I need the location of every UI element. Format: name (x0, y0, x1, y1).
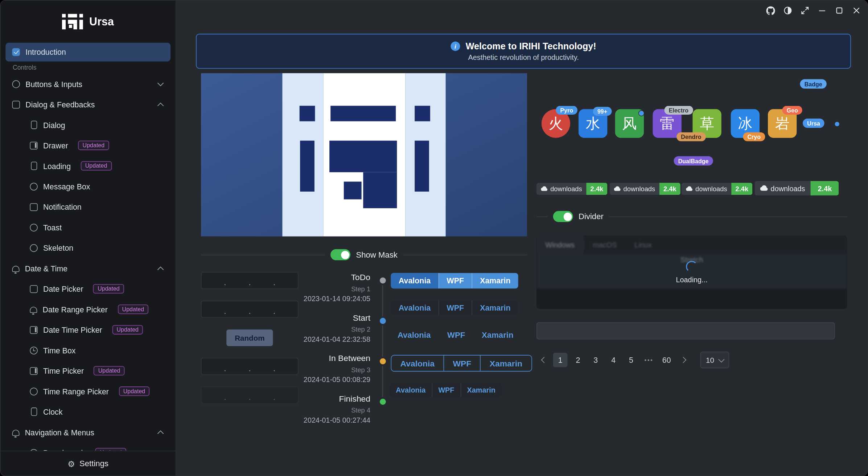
downloads-shield: downloads 2.4k (682, 183, 752, 195)
notification-icon (30, 203, 37, 210)
group-button-wpf[interactable]: WPF (439, 300, 472, 315)
sidebar-item-skeleton[interactable]: Skeleton (5, 238, 170, 258)
show-mask-row: Show Mask (201, 247, 527, 263)
pagination-page-1[interactable]: 1 (553, 353, 568, 367)
app-title: Ursa (89, 15, 114, 28)
loading-spinner-icon (686, 260, 698, 272)
group-button-avalonia[interactable]: Avalonia (391, 300, 439, 315)
group-button-xamarin[interactable]: Xamarin (473, 327, 522, 342)
divider-toggle[interactable] (553, 211, 573, 222)
sidebar-item-date-time-picker[interactable]: Date Time Picker Updated (5, 320, 170, 340)
timeline-dot-blue (380, 318, 386, 324)
pagination-page-60[interactable]: 60 (659, 353, 674, 367)
sidebar-item-breadcrumb[interactable]: Breadcrumb Updated (5, 443, 170, 451)
sidebar-item-notification[interactable]: Notification (5, 197, 170, 217)
group-button-avalonia[interactable]: Avalonia (391, 356, 443, 371)
updated-badge: Updated (95, 448, 126, 451)
pagination-page-3[interactable]: 3 (588, 353, 603, 367)
main-content: i Welcome to IRIHI Technology! Aesthetic… (176, 1, 867, 476)
breadcrumb-icon (30, 449, 37, 451)
sidebar-item-dialog[interactable]: Dialog (5, 115, 170, 135)
settings-label: Settings (79, 459, 108, 468)
button-group-outline: Avalonia WPF Xamarin (391, 355, 532, 372)
updated-badge: Updated (81, 161, 112, 171)
date-range-picker-icon (30, 307, 37, 313)
sidebar-item-label: Time Range Picker (43, 387, 109, 395)
pagination-ellipsis: ••• (642, 353, 656, 367)
sidebar-item-label: Drawer (43, 141, 68, 149)
group-button-wpf[interactable]: WPF (439, 273, 472, 288)
sidebar-item-label: Date Time Picker (43, 325, 102, 334)
badge-ursa: Ursa (803, 119, 824, 128)
sidebar-group-dialog-feedbacks[interactable]: Dialog & Feedbacks (5, 94, 170, 114)
pagination-page-5[interactable]: 5 (624, 353, 638, 367)
sidebar-item-time-box[interactable]: Time Box (5, 340, 170, 360)
updated-badge: Updated (118, 305, 148, 314)
timeline-title: ToDo (259, 272, 370, 283)
group-button-xamarin[interactable]: Xamarin (460, 383, 501, 397)
fullscreen-icon[interactable] (801, 6, 809, 15)
toast-icon (30, 223, 37, 231)
sidebar-item-date-picker[interactable]: Date Picker Updated (5, 279, 170, 299)
theme-toggle-icon[interactable] (783, 6, 792, 15)
tile-char: 岩 (775, 114, 790, 133)
sidebar-group-buttons-inputs[interactable]: Buttons & Inputs (5, 74, 170, 94)
sidebar-group-navigation-menus[interactable]: Navigation & Menus (5, 422, 170, 442)
sidebar-item-label: Dialog & Feedbacks (25, 100, 95, 108)
sidebar-item-date-range-picker[interactable]: Date Range Picker Updated (5, 299, 170, 319)
show-mask-toggle[interactable] (330, 249, 350, 260)
maximize-icon[interactable] (835, 6, 844, 15)
titlebar-controls (766, 6, 861, 15)
group-button-xamarin[interactable]: Xamarin (472, 300, 518, 315)
sidebar-item-label: Message Box (43, 182, 90, 190)
sidebar-item-label: Time Box (43, 346, 75, 354)
tile-char: 草 (700, 114, 714, 133)
github-icon[interactable] (766, 6, 775, 15)
sidebar-item-introduction[interactable]: Introduction (5, 43, 170, 62)
timeline-title: Finished (259, 393, 370, 405)
pagination-page-4[interactable]: 4 (606, 353, 621, 367)
cloud-download-icon (760, 185, 768, 192)
sidebar-item-label: Breadcrumb (43, 448, 85, 451)
timeline-item-in-between: In Between Step 3 2024-01-05 00:08:29 (259, 353, 387, 393)
settings-button[interactable]: ⚙ Settings (1, 451, 176, 476)
minimize-icon[interactable] (818, 6, 826, 15)
page-size-select[interactable]: 10 (700, 352, 729, 368)
shield-label: downloads (624, 185, 655, 193)
message-box-icon (30, 182, 37, 190)
divider-label: Divider (579, 212, 604, 221)
timeline-time: 2024-01-04 22:32:58 (259, 335, 370, 344)
sidebar-item-toast[interactable]: Toast (5, 217, 170, 237)
clock-icon (31, 407, 37, 416)
sidebar-item-loading[interactable]: Loading Updated (5, 156, 170, 176)
group-button-avalonia[interactable]: Avalonia (389, 327, 439, 342)
sidebar-item-message-box[interactable]: Message Box (5, 176, 170, 196)
page-size-value: 10 (706, 356, 714, 364)
timeline-step: Step 2 (259, 324, 370, 334)
sidebar-group-date-time[interactable]: Date & Time (5, 258, 170, 278)
timeline-time: 2024-01-05 00:27:44 (259, 415, 370, 425)
tile-char: 水 (586, 114, 600, 133)
group-button-avalonia[interactable]: Avalonia (391, 273, 439, 288)
sidebar-item-time-picker[interactable]: Time Picker Updated (5, 361, 170, 381)
sidebar-item-clock[interactable]: Clock (5, 402, 170, 422)
tab-panel: Windows macOS Linux Stretch Loading... (536, 235, 847, 309)
group-button-avalonia[interactable]: Avalonia (390, 383, 432, 397)
group-button-wpf[interactable]: WPF (432, 383, 460, 397)
sidebar-item-time-range-picker[interactable]: Time Range Picker Updated (5, 381, 170, 401)
badge-99plus: 99+ (593, 107, 612, 116)
pagination-page-2[interactable]: 2 (571, 353, 585, 367)
timeline-title: In Between (259, 353, 370, 364)
group-button-wpf[interactable]: WPF (444, 356, 480, 371)
group-button-wpf[interactable]: WPF (439, 327, 473, 342)
sidebar-item-label: Toast (43, 223, 62, 231)
text-input[interactable] (536, 322, 835, 339)
pagination-next-button[interactable] (677, 353, 691, 367)
group-button-xamarin[interactable]: Xamarin (480, 356, 531, 371)
sidebar-item-drawer[interactable]: Drawer Updated (5, 135, 170, 155)
timeline-dot-gray (380, 278, 386, 284)
close-icon[interactable] (852, 6, 861, 15)
group-button-xamarin[interactable]: Xamarin (472, 273, 518, 288)
pagination-prev-button[interactable] (536, 353, 550, 367)
sidebar-item-label: Skeleton (43, 243, 73, 252)
